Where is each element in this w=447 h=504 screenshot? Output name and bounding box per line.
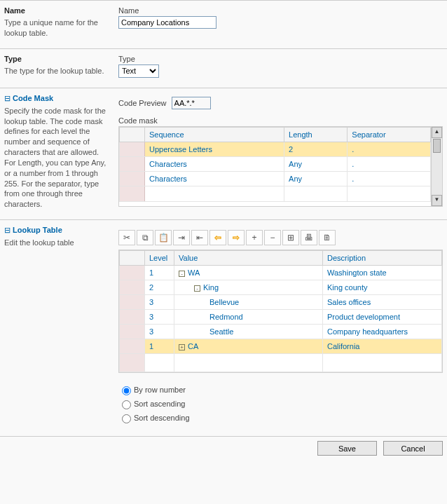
outdent-icon[interactable]: ⇤	[191, 230, 208, 245]
cut-icon[interactable]: ✂	[118, 230, 135, 245]
sort-radio-0[interactable]	[122, 386, 131, 395]
section-title-type: Type	[4, 55, 107, 63]
lookup-row[interactable]: 3SeattleCompany headquarters	[120, 325, 442, 339]
cell-length[interactable]: Any	[284, 171, 348, 186]
cell-separator[interactable]: .	[348, 142, 431, 156]
tree-toggle-icon[interactable]: +	[179, 344, 185, 350]
scroll-up-icon[interactable]: ▲	[432, 127, 442, 138]
cell-description[interactable]: California	[323, 339, 442, 354]
cell-sequence[interactable]: Characters	[145, 156, 284, 171]
lookup-row[interactable]: 1+CACalifornia	[120, 339, 442, 354]
move-right-icon[interactable]: ⇨	[228, 230, 245, 245]
cell-value[interactable]: Redmond	[174, 310, 323, 325]
section-title-codemask[interactable]: Code Mask	[4, 94, 107, 103]
codemask-row[interactable]: CharactersAny.	[120, 171, 431, 186]
cell-description[interactable]: Washington state	[323, 266, 442, 280]
lookup-row[interactable]: 3RedmondProduct development	[120, 310, 442, 325]
indent-icon[interactable]: ⇥	[173, 230, 190, 245]
code-mask-label: Code mask	[118, 116, 443, 125]
cell-level[interactable]: 1	[145, 266, 174, 280]
expand-all-icon[interactable]: ⊞	[282, 230, 299, 245]
cell-value[interactable]: -King	[174, 280, 323, 295]
section-title-name: Name	[4, 6, 107, 15]
lookup-row[interactable]: 2-KingKing county	[120, 280, 442, 295]
cell-value[interactable]: +CA	[174, 339, 323, 354]
help-text-type: The type for the lookup table.	[4, 66, 107, 76]
cell-length[interactable]: 2	[284, 142, 348, 156]
cell-separator[interactable]: .	[348, 171, 431, 186]
cell-level[interactable]: 3	[145, 325, 174, 339]
codemask-scrollbar[interactable]: ▲ ▼	[431, 127, 442, 206]
code-preview-input	[172, 97, 211, 109]
cell-separator[interactable]: .	[348, 156, 431, 171]
cell-sequence[interactable]: Uppercase Letters	[145, 142, 284, 156]
move-left-icon[interactable]: ⇦	[209, 230, 226, 245]
help-text-codemask: Specify the code mask for the lookup tab…	[4, 106, 107, 210]
export-icon[interactable]: 🗎	[319, 230, 336, 245]
sort-radio-1[interactable]	[122, 400, 131, 409]
tree-toggle-icon[interactable]: -	[194, 285, 200, 292]
expand-icon[interactable]: +	[246, 230, 263, 245]
cancel-button[interactable]: Cancel	[383, 441, 443, 456]
lookup-row[interactable]: 3BellevueSales offices	[120, 295, 442, 310]
section-title-lookup[interactable]: Lookup Table	[4, 226, 107, 235]
help-text-name: Type a unique name for the lookup table.	[4, 18, 107, 39]
cell-value[interactable]: Bellevue	[174, 295, 323, 310]
collapse-icon[interactable]: −	[264, 230, 281, 245]
cell-description[interactable]: Product development	[323, 310, 442, 325]
cell-level[interactable]: 1	[145, 339, 174, 354]
type-label: Type	[118, 55, 443, 63]
cell-level[interactable]: 2	[145, 280, 174, 295]
cell-description[interactable]: Sales offices	[323, 295, 442, 310]
sort-label-1: Sort ascending	[134, 400, 185, 408]
cell-value[interactable]: Seattle	[174, 325, 323, 339]
name-label: Name	[118, 6, 443, 15]
scroll-down-icon[interactable]: ▼	[432, 195, 442, 206]
col-sequence[interactable]: Sequence	[145, 127, 284, 142]
codemask-row[interactable]: CharactersAny.	[120, 156, 431, 171]
help-text-lookup: Edit the lookup table	[4, 238, 107, 248]
col-value[interactable]: Value	[174, 251, 323, 266]
code-preview-label: Code Preview	[118, 99, 166, 107]
cell-level[interactable]: 3	[145, 310, 174, 325]
lookup-row[interactable]: 1-WAWashington state	[120, 266, 442, 280]
col-level[interactable]: Level	[145, 251, 174, 266]
cell-value[interactable]: -WA	[174, 266, 323, 280]
paste-icon[interactable]: 📋	[155, 230, 172, 245]
type-select[interactable]: Text	[118, 64, 159, 78]
sort-radio-2[interactable]	[122, 414, 131, 423]
col-separator[interactable]: Separator	[348, 127, 431, 142]
cell-length[interactable]: Any	[284, 156, 348, 171]
save-button[interactable]: Save	[317, 441, 377, 456]
codemask-row[interactable]: Uppercase Letters2.	[120, 142, 431, 156]
col-length[interactable]: Length	[284, 127, 348, 142]
cell-level[interactable]: 3	[145, 295, 174, 310]
cell-description[interactable]: King county	[323, 280, 442, 295]
copy-icon[interactable]: ⧉	[137, 230, 153, 245]
col-description[interactable]: Description	[323, 251, 442, 266]
cell-sequence[interactable]: Characters	[145, 171, 284, 186]
cell-description[interactable]: Company headquarters	[323, 325, 442, 339]
print-icon[interactable]: 🖶	[301, 230, 317, 245]
sort-label-2: Sort descending	[134, 414, 190, 422]
name-input[interactable]	[118, 16, 216, 29]
sort-label-0: By row number	[134, 386, 186, 394]
tree-toggle-icon[interactable]: -	[179, 271, 185, 277]
